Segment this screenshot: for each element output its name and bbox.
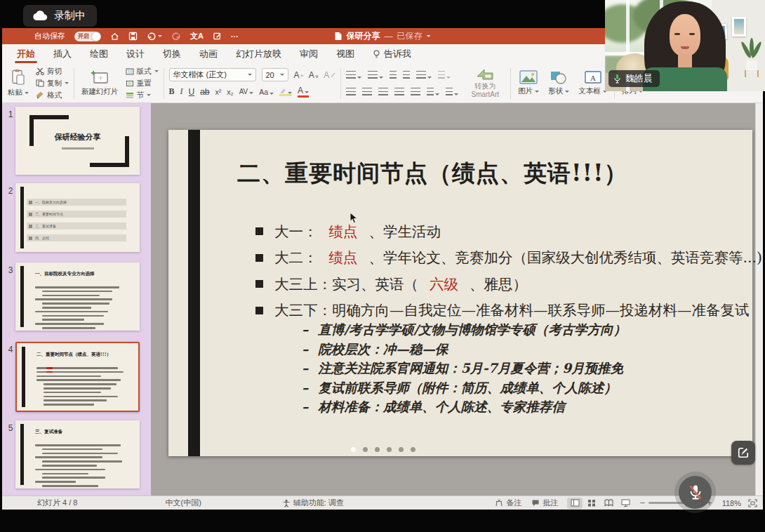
section-button[interactable]: 节 [126,91,159,100]
document-icon [335,32,342,41]
slideshow-button[interactable] [618,498,633,509]
distribute-button[interactable] [411,88,420,95]
square-bullet-icon [255,280,263,288]
bold-button[interactable]: B [169,86,175,97]
tab-视图[interactable]: 视图 [327,44,364,64]
layout-button[interactable]: 版式 [126,67,159,77]
save-icon[interactable] [128,31,138,42]
new-slide-label: 新建幻灯片 [81,88,119,96]
decrease-indent-button[interactable] [390,71,397,79]
text-direction-button[interactable] [427,88,439,95]
tab-插入[interactable]: 插入 [44,44,81,64]
notes-button[interactable]: 备注 [495,498,521,508]
undo-button[interactable] [147,31,162,42]
slide-sorter-view-button[interactable] [584,498,599,509]
recording-indicator: 录制中 [23,5,97,27]
fit-slide-button[interactable] [748,499,757,507]
textbox-button[interactable]: A 文本框 [576,69,609,97]
slide-thumbnail-4[interactable]: 二、重要时间节点（绩点、英语!!!） [15,342,140,412]
accessibility-status[interactable]: 辅助功能: 调查 [282,498,344,508]
agenda-row: 一、院校及方向选择 [27,199,126,206]
autosave-toggle[interactable]: 开启 [74,32,101,41]
font-size-select[interactable]: 20 [262,68,288,81]
divider [74,68,74,99]
reading-view-button[interactable] [601,498,616,509]
new-slide-button[interactable]: 新建幻灯片 [79,69,121,97]
thumbnail-text-line [35,444,121,446]
language-indicator[interactable]: 中文(中国) [165,498,201,508]
convert-smartart-button[interactable]: 转换为 SmartArt [465,68,505,98]
slide-title[interactable]: 二、重要时间节点（绩点、英语!!!） [237,158,627,189]
italic-button[interactable]: I [180,86,183,97]
align-text-button[interactable] [446,88,458,95]
home-icon[interactable] [110,31,119,42]
align-left-button[interactable] [346,88,356,95]
picture-button[interactable]: 图片 [516,69,541,97]
decrease-font-size-button[interactable]: Av [309,70,319,80]
paste-button[interactable]: 粘贴 [6,68,31,98]
slide-sub-bullet-list[interactable]: –直博/考古学学硕/文物与博物馆学专硕（考古学方向）–院校层次：冲—稳—保–注意… [302,320,626,417]
slide-thumbnail-5[interactable]: 三、复试准备 [15,420,140,488]
strikethrough-button[interactable]: ab [200,87,209,97]
numbering-button[interactable] [368,71,383,79]
highlighted-red-text: 绩点 [329,248,358,267]
slide-editor[interactable]: 二、重要时间节点（绩点、英语!!!） 大一：绩点、学生活动大二：绩点、学年论文、… [168,130,752,456]
increase-font-size-button[interactable]: A^ [294,70,303,80]
line-spacing-button[interactable] [416,71,432,79]
change-case-label: Aa [259,88,268,96]
reset-button[interactable]: 重置 [126,79,159,88]
increase-indent-button[interactable] [403,71,410,79]
cut-button[interactable]: 剪切 [36,67,69,77]
shapes-button[interactable]: 形状 [546,69,571,97]
tab-审阅[interactable]: 审阅 [291,44,327,64]
tab-动画[interactable]: 动画 [190,44,227,64]
normal-view-button[interactable] [567,498,583,509]
thumbnail-text-line [42,302,109,305]
tab-开始[interactable]: 开始 [8,44,44,64]
person-neck [678,55,692,67]
clear-formatting-button[interactable]: A [324,70,335,80]
copy-button[interactable]: 复制 [36,79,69,88]
webcam-overlay[interactable]: 魏皓晨 [605,0,765,91]
tab-告诉我[interactable]: 告诉我 [364,44,420,64]
character-spacing-button[interactable]: AV [239,88,254,95]
zoom-out-button[interactable]: − [639,498,645,508]
comments-label: 批注 [543,498,558,508]
more-commands-icon[interactable]: ··· [231,31,239,42]
superscript-button[interactable]: x² [215,88,222,96]
slide-bullet-list[interactable]: 大一：绩点、学生活动大二：绩点、学年论文、竞赛加分（国家级大创优秀结项、英语竞赛… [255,218,762,324]
tab-切换[interactable]: 切换 [154,44,190,64]
tab-幻灯片放映[interactable]: 幻灯片放映 [227,44,291,64]
bullets-button[interactable] [346,71,361,79]
thumbnail-red-text [46,367,53,369]
microphone-muted-button[interactable] [679,476,712,509]
translate-icon[interactable]: 文A [190,31,204,42]
subscript-button[interactable]: x₂ [227,88,233,96]
columns-button[interactable] [438,71,451,79]
thumbnail-text-line [35,323,104,325]
document-title[interactable]: 保研分享 [347,30,380,42]
save-status[interactable]: 已保存 [397,30,423,42]
slide-thumbnail-2[interactable]: 一、院校及方向选择二、重要时间节点三、复试准备四、总结 [15,183,140,252]
comments-button[interactable]: 批注 [531,498,558,508]
font-name-select[interactable]: 华文楷体 (正文) [169,68,256,81]
tab-绘图[interactable]: 绘图 [81,44,117,64]
slide-thumbnail-1[interactable]: 保研经验分享 [15,107,140,175]
redo-button[interactable] [171,31,181,42]
align-center-button[interactable] [362,88,372,95]
zoom-level[interactable]: 118% [722,499,741,507]
highlight-color-button[interactable] [279,88,292,96]
tab-设计[interactable]: 设计 [117,44,154,64]
agenda-row: 四、总结 [27,234,126,241]
thumbnail-red-text [46,371,53,373]
underline-button[interactable]: U [189,87,195,97]
slide-thumbnail-3[interactable]: 一、目标院校及专业方向选择 [15,262,140,331]
notes-pad-icon[interactable] [213,31,222,42]
font-color-button[interactable]: A [298,86,309,98]
format-painter-button[interactable]: 格式 [36,91,69,100]
slide-bullet-line: 大一：绩点、学生活动 [255,218,762,245]
align-right-button[interactable] [378,88,388,95]
annotation-tool-button[interactable] [731,441,755,465]
justify-button[interactable] [394,88,404,95]
change-case-button[interactable]: Aa [259,88,274,96]
